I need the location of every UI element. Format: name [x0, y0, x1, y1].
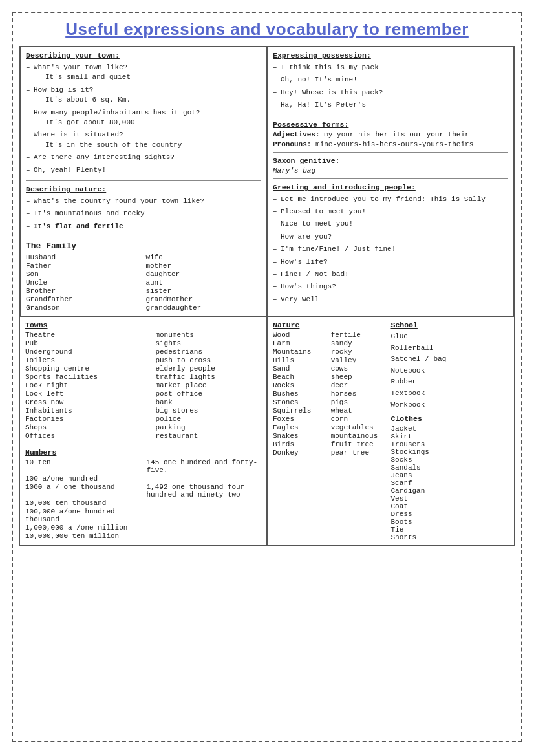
pronouns-label: Pronouns:: [273, 140, 311, 148]
family-item: Grandfather: [26, 296, 133, 303]
school-clothes-section: School Glue Rollerball Satchel / bag Not…: [391, 321, 509, 541]
nature-item: wheat: [331, 407, 391, 415]
number-item: 145 one hundred and forty-five.: [147, 459, 262, 474]
adjectives-label: Adjectives:: [273, 131, 320, 138]
list-item: Hey! Whose is this pack?: [273, 87, 508, 99]
nature-item: Snakes: [273, 432, 325, 440]
clothes-item: Jacket: [391, 425, 509, 433]
list-item: Ha, Ha! It's Peter's: [273, 99, 508, 111]
numbers-list: 10 ten145 one hundred and forty-five. 10…: [25, 459, 261, 540]
expressing-possession-list: I think this is my pack Oh, no! It's min…: [273, 61, 508, 112]
nature-item: vegetables: [331, 424, 391, 431]
school-item: Workbook: [391, 400, 509, 411]
list-item: What's the country round your town like?: [26, 195, 261, 208]
nature-item: fruit tree: [331, 440, 391, 448]
town-item: elderly people: [155, 365, 261, 373]
number-item: [147, 499, 262, 507]
list-item: How's life?: [273, 256, 508, 268]
number-item: 100 a/one hundred: [25, 475, 140, 482]
number-item: 1,492 one thousand four hundred and nine…: [147, 483, 262, 499]
number-item: 100,000 a/one hundred thousand: [25, 508, 140, 523]
nature-item: Eagles: [273, 424, 325, 431]
nature-item: Mountains: [273, 348, 325, 356]
nature-item: Sand: [273, 365, 325, 373]
nature-item: sheep: [331, 373, 391, 381]
number-item: 10,000 ten thousand: [25, 499, 140, 507]
nature-item: Beach: [273, 373, 325, 381]
town-item: Look left: [25, 390, 144, 398]
expressing-possession-title: Expressing possession:: [273, 51, 508, 59]
number-item: 10 ten: [25, 459, 140, 474]
nature-item: Wood: [273, 331, 325, 339]
town-item: post office: [155, 390, 261, 398]
clothes-item: Trousers: [391, 440, 509, 448]
list-item: Let me introduce you to my friend: This …: [273, 193, 508, 206]
saxon-genitive-title: Saxon genitive:: [273, 157, 508, 165]
clothes-item: Shorts: [391, 534, 509, 541]
family-title: The Family: [26, 241, 261, 251]
left-top-cell: Describing your town: What's your town l…: [20, 47, 267, 316]
nature-item: corn: [331, 415, 391, 423]
school-item: Glue: [391, 331, 509, 343]
nature-item: Foxes: [273, 415, 325, 423]
describing-town-list: What's your town like?It's small and qui…: [26, 61, 261, 177]
town-item: big stores: [155, 407, 261, 415]
nature-item: horses: [331, 390, 391, 398]
town-item: Cross now: [25, 398, 144, 406]
nature-section: Nature Woodfertile Farmsandy Mountainsro…: [273, 321, 391, 541]
town-item: sights: [155, 340, 261, 347]
nature-item: Bushes: [273, 390, 325, 398]
family-item: Father: [26, 262, 133, 270]
town-item: police: [155, 415, 261, 423]
list-item: Oh, no! It's mine!: [273, 74, 508, 86]
clothes-item: Boots: [391, 518, 509, 526]
adjectives-line: Adjectives: my-your-his-her-its-our-your…: [273, 131, 508, 138]
list-item: Where is it situated?It's in the south o…: [26, 129, 261, 151]
school-item: Rollerball: [391, 343, 509, 354]
town-item: market place: [155, 382, 261, 389]
family-item: Son: [26, 270, 133, 278]
family-item: granddaughter: [145, 304, 261, 312]
list-item: How big is it?It's about 6 sq. Km.: [26, 84, 261, 107]
number-item: 1000 a / one thousand: [25, 483, 140, 499]
town-item: Inhabitants: [25, 407, 144, 415]
town-item: Toilets: [25, 356, 144, 364]
pronouns-line: Pronouns: mine-yours-his-hers-ours-yours…: [273, 140, 508, 148]
right-top-cell: Expressing possession: I think this is m…: [267, 47, 514, 316]
family-item: Brother: [26, 287, 133, 295]
list-item: Nice to meet you!: [273, 218, 508, 230]
school-title: School: [391, 321, 509, 329]
family-item: sister: [145, 287, 261, 295]
nature-item: Stones: [273, 398, 325, 406]
list-item: I'm fine/Fine! / Just fine!: [273, 243, 508, 255]
list-item: It's flat and fertile: [26, 221, 261, 233]
list-item: Fine! / Not bad!: [273, 268, 508, 281]
nature-school-grid: Nature Woodfertile Farmsandy Mountainsro…: [273, 321, 509, 541]
list-item: How many people/inhabitants has it got?I…: [26, 107, 261, 129]
town-item: pedestrians: [155, 348, 261, 356]
nature-item: Squirrels: [273, 407, 325, 415]
nature-item: sandy: [331, 340, 391, 347]
school-item: Notebook: [391, 365, 509, 377]
town-item: Factories: [25, 415, 144, 423]
clothes-item: Stockings: [391, 448, 509, 456]
nature-item: deer: [331, 382, 391, 389]
page-container: Useful expressions and vocabulary to rem…: [12, 12, 522, 742]
school-item: Satchel / bag: [391, 354, 509, 365]
town-item: Look right: [25, 382, 144, 389]
clothes-item: Coat: [391, 502, 509, 510]
school-item: Textbook: [391, 388, 509, 400]
greeting-list: Let me introduce you to my friend: This …: [273, 193, 508, 307]
town-item: restaurant: [155, 432, 261, 440]
numbers-title: Numbers: [25, 448, 261, 457]
town-item: Underground: [25, 348, 144, 356]
nature-item: Rocks: [273, 382, 325, 389]
saxon-example: Mary's bag: [273, 167, 508, 175]
top-grid: Describing your town: What's your town l…: [19, 46, 515, 317]
bottom-grid: Towns Theatremonuments Pubsights Undergr…: [19, 317, 515, 546]
nature-item: rocky: [331, 348, 391, 356]
clothes-item: Cardigan: [391, 487, 509, 495]
number-item: [147, 475, 262, 482]
nature-item: Hills: [273, 356, 325, 364]
list-item: Oh, yeah! Plenty!: [26, 164, 261, 177]
